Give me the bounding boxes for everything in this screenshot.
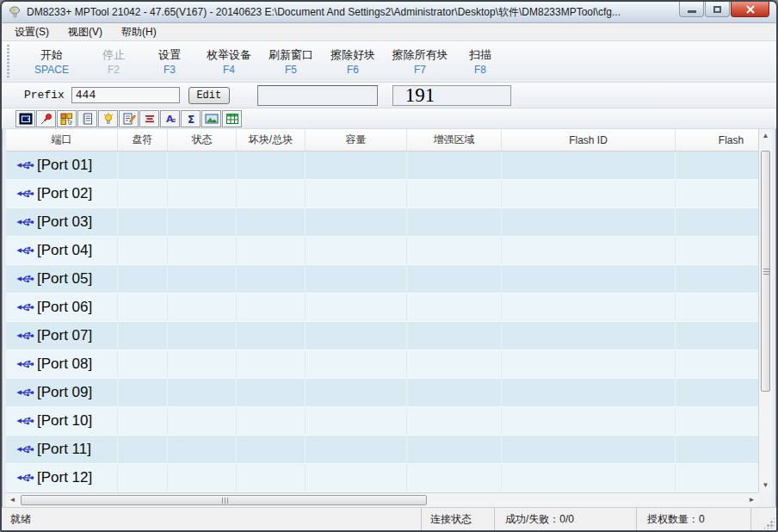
toolbar-button[interactable]: 枚举设备 F4 [198, 45, 260, 79]
column-header[interactable]: 坏块/总块 [237, 129, 306, 151]
tiles-icon [60, 113, 74, 125]
column-header[interactable]: 增强区域 [407, 129, 502, 151]
vertical-scroll-thumb[interactable] [761, 151, 770, 392]
title-bar[interactable]: DM8233+ MPTool 21042 - 47.65(V167) - 201… [2, 2, 776, 23]
usb-icon [16, 330, 34, 342]
usb-icon [16, 472, 34, 484]
menu-item[interactable]: 视图(V) [59, 23, 112, 41]
document-button[interactable] [77, 110, 97, 127]
badblocks-cell [237, 208, 306, 236]
toolbar-button[interactable]: 擦除好块 F6 [322, 45, 384, 79]
resize-grip-icon[interactable] [763, 517, 775, 529]
align-lines-button[interactable] [139, 110, 159, 127]
flash-type-cell [676, 294, 758, 321]
enhanced-area-cell [407, 379, 502, 406]
grid-button[interactable] [222, 110, 242, 127]
scroll-right-icon[interactable]: ► [745, 493, 758, 507]
sigma-button[interactable]: Σ [181, 110, 201, 127]
prefix-toolbar: Prefix Edit 191 [2, 83, 776, 108]
status-grip-panel [750, 508, 776, 530]
toolbar-button-label: 擦除好块 [322, 47, 384, 63]
scroll-down-icon[interactable]: ▼ [759, 479, 772, 492]
prefix-input[interactable] [71, 87, 180, 103]
flash-id-cell [502, 350, 676, 378]
column-header[interactable]: 端口 [6, 129, 118, 151]
drive-cell [118, 152, 168, 179]
column-header[interactable]: Flash [676, 129, 758, 151]
port-row[interactable]: [Port 02] [6, 180, 758, 208]
pushpin-icon [40, 113, 53, 125]
usb-icon [16, 443, 34, 455]
port-row[interactable]: [Port 08] [6, 350, 758, 379]
port-row[interactable]: [Port 01] [6, 152, 758, 180]
port-row[interactable]: [Port 07] [6, 322, 758, 350]
drive-cell [118, 237, 168, 264]
flash-id-cell [502, 464, 676, 492]
scroll-left-icon[interactable]: ◄ [6, 493, 19, 507]
drive-cell [118, 294, 168, 321]
status-cell [168, 237, 237, 264]
edit-button[interactable]: Edit [188, 87, 230, 104]
image-button[interactable] [201, 110, 221, 127]
maximize-button[interactable] [705, 2, 730, 17]
bulb-button[interactable] [98, 110, 118, 127]
scroll-up-icon[interactable]: ▲ [759, 129, 772, 143]
enhanced-area-cell [407, 464, 502, 492]
port-row[interactable]: [Port 12] [6, 464, 758, 492]
toolbar-button[interactable]: 设置 F3 [141, 45, 198, 79]
toolbar-gripper[interactable] [7, 44, 10, 79]
capacity-cell [306, 464, 407, 492]
port-row[interactable]: [Port 10] [6, 407, 758, 436]
port-label: [Port 01] [37, 157, 92, 174]
secondary-field[interactable] [257, 85, 378, 106]
column-header[interactable]: Flash ID [502, 129, 676, 151]
toolbar-button-hotkey: F3 [141, 63, 198, 77]
status-ready: 就绪 [2, 508, 421, 530]
column-header[interactable]: 状态 [168, 129, 237, 151]
port-label: [Port 11] [37, 441, 91, 458]
column-header[interactable]: 容量 [306, 129, 407, 151]
toolbar-button[interactable]: 扫描 F8 [456, 45, 504, 79]
command-toolbar: 开始 SPACE 停止 F2 设置 F3 枚举设备 F4 刷新窗口 F5 擦除好… [2, 41, 776, 83]
menu-item[interactable]: 设置(S) [5, 23, 59, 41]
horizontal-scrollbar[interactable]: ◄ ► [6, 492, 758, 507]
toolbar-button[interactable]: 开始 SPACE [17, 45, 86, 79]
table-header-row: 端口 盘符 状态 坏块/总块 容量 增强区域 Flash ID Flash [6, 129, 758, 152]
toolbar-button-label: 刷新窗口 [260, 47, 322, 63]
enhanced-area-cell [407, 180, 502, 207]
maximize-icon [713, 6, 721, 13]
usb-icon [16, 358, 34, 370]
status-bar: 就绪 连接状态 成功/失败：0/0 授权数量：0 [2, 507, 776, 530]
port-row[interactable]: [Port 03] [6, 208, 758, 237]
toolbar-button[interactable]: 停止 F2 [86, 45, 141, 79]
port-row[interactable]: [Port 04] [6, 237, 758, 265]
port-label: [Port 10] [37, 412, 92, 430]
port-row[interactable]: [Port 11] [6, 436, 758, 464]
minimize-button[interactable] [679, 2, 704, 17]
drive-cell [118, 436, 168, 463]
vertical-scrollbar[interactable]: ▲ ▼ [758, 129, 772, 492]
toolbar-button[interactable]: 擦除所有块 F7 [384, 45, 456, 79]
drive-cell [118, 350, 168, 378]
usb-icon [16, 415, 34, 427]
horizontal-scroll-thumb[interactable] [21, 495, 427, 505]
close-button[interactable] [731, 2, 769, 17]
flash-id-cell [502, 379, 676, 406]
enhanced-area-cell [407, 152, 502, 179]
port-row[interactable]: [Port 09] [6, 379, 758, 407]
usb-icon [16, 188, 34, 200]
menu-item[interactable]: 帮助(H) [112, 23, 166, 41]
font-button[interactable]: A [160, 110, 180, 127]
pin-button[interactable] [36, 110, 56, 127]
port-row[interactable]: [Port 05] [6, 265, 758, 294]
column-header[interactable]: 盘符 [118, 129, 168, 151]
window-button[interactable] [15, 110, 35, 127]
flash-type-cell [676, 180, 758, 207]
tiles-button[interactable] [57, 110, 77, 127]
port-label: [Port 05] [37, 270, 92, 288]
flash-type-cell [676, 322, 758, 350]
port-row[interactable]: [Port 06] [6, 294, 758, 322]
badblocks-cell [237, 350, 306, 378]
edit-note-button[interactable] [119, 110, 139, 127]
toolbar-button[interactable]: 刷新窗口 F5 [260, 45, 322, 79]
